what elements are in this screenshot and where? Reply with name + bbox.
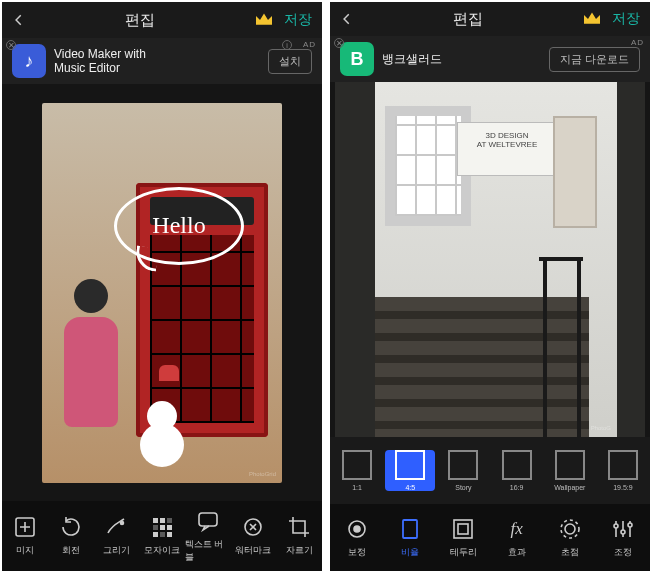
ratio-wallpaper[interactable]: Wallpaper: [545, 450, 595, 491]
speech-bubble: Hello: [114, 187, 244, 265]
edit-toolbar: 보정 비율 테두리 fx효과 초점 조정: [330, 504, 650, 571]
svg-point-19: [561, 520, 579, 538]
back-icon[interactable]: [340, 12, 354, 26]
phone-left: 편집 저장 ✕ AD i ♪ Video Maker with Music Ed…: [2, 2, 322, 571]
svg-point-22: [628, 523, 632, 527]
ad-app-icon: ♪: [12, 44, 46, 78]
save-button[interactable]: 저장: [612, 10, 640, 28]
ad-close-icon[interactable]: ✕: [6, 40, 16, 50]
tool-draw[interactable]: 그리기: [93, 515, 139, 557]
crown-icon[interactable]: [254, 12, 274, 28]
ad-tag: AD: [631, 38, 644, 47]
svg-rect-15: [403, 520, 417, 538]
watermark: PhotoGrid: [249, 471, 276, 477]
wall-sign: 3D DESIGNAT WELTEVREE: [457, 122, 557, 176]
ad-app-icon: B: [340, 42, 374, 76]
svg-rect-3: [160, 518, 165, 523]
page-title: 편집: [26, 11, 254, 30]
svg-point-14: [354, 526, 360, 532]
ratio-4-5[interactable]: 4:5: [385, 450, 435, 491]
tool-tune[interactable]: 조정: [597, 517, 650, 559]
ratio-1-1[interactable]: 1:1: [332, 450, 382, 491]
person: [56, 279, 126, 459]
photo: Hello PhotoGrid: [42, 103, 282, 483]
svg-point-20: [614, 524, 618, 528]
door: [553, 116, 597, 228]
tool-image[interactable]: 미지: [2, 515, 48, 557]
svg-rect-4: [167, 518, 172, 523]
tool-text-bubble[interactable]: 텍스트 버블: [185, 509, 231, 564]
svg-rect-5: [153, 525, 158, 530]
ad-tag: AD: [303, 40, 316, 49]
ad-install-button[interactable]: 설치: [268, 49, 312, 74]
svg-rect-6: [160, 525, 165, 530]
tool-adjust[interactable]: 보정: [330, 517, 383, 559]
tool-border[interactable]: 테두리: [437, 517, 490, 559]
stairs: [375, 297, 589, 437]
ad-banner[interactable]: ✕ AD i ♪ Video Maker with Music Editor 설…: [2, 38, 322, 84]
snowman-sticker: [140, 423, 184, 467]
tool-effects[interactable]: fx효과: [490, 517, 543, 559]
ad-app-name: 뱅크샐러드: [382, 52, 541, 66]
topbar: 편집 저장: [2, 2, 322, 38]
svg-rect-11: [199, 513, 217, 526]
back-icon[interactable]: [12, 13, 26, 27]
ratio-story[interactable]: Story: [438, 450, 488, 491]
ratio-16-9[interactable]: 16:9: [492, 450, 542, 491]
canvas[interactable]: Hello PhotoGrid: [2, 84, 322, 501]
tool-ratio[interactable]: 비율: [383, 517, 436, 559]
ad-app-name: Video Maker with Music Editor: [54, 47, 260, 75]
svg-rect-17: [458, 524, 468, 534]
tool-watermark[interactable]: 워터마크: [231, 515, 277, 557]
svg-point-21: [621, 530, 625, 534]
tool-rotate[interactable]: 회전: [48, 515, 94, 557]
ratio-19-5-9[interactable]: 19.5:9: [598, 450, 648, 491]
svg-rect-2: [153, 518, 158, 523]
svg-rect-16: [454, 520, 472, 538]
edit-toolbar: 미지 회전 그리기 모자이크 텍스트 버블 워터마크 자르기: [2, 501, 322, 571]
ad-banner[interactable]: ✕ AD B 뱅크샐러드 지금 다운로드: [330, 36, 650, 82]
ad-download-button[interactable]: 지금 다운로드: [549, 47, 640, 72]
svg-rect-7: [167, 525, 172, 530]
svg-point-1: [121, 522, 124, 525]
tool-crop[interactable]: 자르기: [276, 515, 322, 557]
tool-mosaic[interactable]: 모자이크: [139, 515, 185, 557]
photo: 3D DESIGNAT WELTEVREE PhotoG: [335, 82, 645, 437]
aspect-ratio-row: 1:1 4:5 Story 16:9 Wallpaper 19.5:9: [330, 437, 650, 504]
save-button[interactable]: 저장: [284, 11, 312, 29]
svg-rect-9: [160, 532, 165, 537]
svg-point-18: [565, 524, 575, 534]
ad-info-icon[interactable]: i: [282, 40, 292, 50]
page-title: 편집: [354, 10, 582, 29]
svg-rect-10: [167, 532, 172, 537]
topbar: 편집 저장: [330, 2, 650, 36]
svg-rect-8: [153, 532, 158, 537]
crown-icon[interactable]: [582, 11, 602, 27]
tool-focus[interactable]: 초점: [543, 517, 596, 559]
phone-right: 편집 저장 ✕ AD B 뱅크샐러드 지금 다운로드 3D DESIGNAT W…: [330, 2, 650, 571]
watermark: PhotoG: [591, 425, 611, 431]
canvas[interactable]: 3D DESIGNAT WELTEVREE PhotoG: [330, 82, 650, 437]
